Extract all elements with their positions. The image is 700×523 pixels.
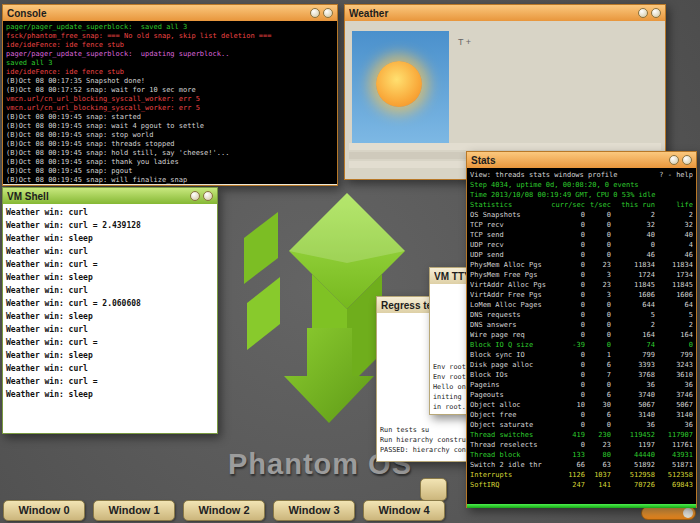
minimize-button[interactable] bbox=[638, 8, 648, 18]
close-button[interactable] bbox=[651, 8, 661, 18]
shell-line: Weather win: curl = 2.060608 bbox=[6, 297, 214, 310]
console-titlebar[interactable]: Console bbox=[3, 5, 337, 21]
console-line: ide/ideFence: ide fence stub bbox=[6, 41, 334, 50]
close-button[interactable] bbox=[682, 155, 692, 165]
console-line: fsck/phantom_free_snap: === No old snap,… bbox=[6, 32, 334, 41]
console-line: pager/pager_update_superblock: saved all… bbox=[6, 23, 334, 32]
console-line: vmcn.url/cn_url_blocking_syscall_worker:… bbox=[6, 95, 334, 104]
console-title: Console bbox=[7, 8, 307, 19]
taskbar-button[interactable]: Window 3 bbox=[273, 500, 355, 521]
taskbar-button[interactable]: Window 4 bbox=[363, 500, 445, 521]
vm-shell-body[interactable]: Weather win: curlWeather win: curl = 2.4… bbox=[3, 204, 217, 433]
stats-row: VirtAddr Alloc Pgs0231184511845 bbox=[470, 280, 693, 290]
stats-header: View: threads stats windows profile? - h… bbox=[470, 170, 693, 200]
stats-row: Block IOs0737683610 bbox=[470, 370, 693, 380]
shell-line: Weather win: curl = bbox=[6, 375, 214, 388]
console-line: vmcn.url/cn_url_blocking_syscall_worker:… bbox=[6, 104, 334, 113]
weather-row bbox=[349, 143, 661, 150]
shell-line: Weather win: sleep bbox=[6, 232, 214, 245]
stats-row: Interrupts11261037512958512358 bbox=[470, 470, 693, 480]
taskbar-button[interactable]: Window 0 bbox=[3, 500, 85, 521]
stats-row: TCP send004040 bbox=[470, 230, 693, 240]
stats-row: Wire page req00164164 bbox=[470, 330, 693, 340]
minimize-button[interactable] bbox=[310, 8, 320, 18]
stats-row: Thread block133804444043931 bbox=[470, 450, 693, 460]
shell-line: Weather win: sleep bbox=[6, 349, 214, 362]
sun-icon bbox=[376, 61, 422, 107]
weather-titlebar[interactable]: Weather bbox=[345, 5, 665, 21]
console-line: (B)Oct 08 00:19:45 snap: pgout bbox=[6, 167, 334, 176]
stats-row: Disk page alloc0633933243 bbox=[470, 360, 693, 370]
stats-row: Block IO Q size-390740 bbox=[470, 340, 693, 350]
console-line: (B)Oct 08 00:19:45 snap: stop world bbox=[6, 131, 334, 140]
stats-row: PhysMem Alloc Pgs0231183411834 bbox=[470, 260, 693, 270]
taskbar-button[interactable]: Window 2 bbox=[183, 500, 265, 521]
stats-row: DNS requests0055 bbox=[470, 310, 693, 320]
stats-title: Stats bbox=[471, 155, 666, 166]
vm-shell-titlebar[interactable]: VM Shell bbox=[3, 188, 217, 204]
taskbar-button[interactable]: Window 1 bbox=[93, 500, 175, 521]
stats-row: LoMem Alloc Pages0064464 bbox=[470, 300, 693, 310]
shell-line: Weather win: curl bbox=[6, 284, 214, 297]
shell-line: Weather win: sleep bbox=[6, 310, 214, 323]
minimize-button[interactable] bbox=[190, 191, 200, 201]
console-line: (B)Oct 08 00:19:45 snap: wait 4 pgout to… bbox=[6, 122, 334, 131]
power-toggle[interactable] bbox=[641, 506, 696, 520]
stats-row: Pageins003636 bbox=[470, 380, 693, 390]
desktop: Phantom OS Regress te Run tests suRun hi… bbox=[0, 0, 700, 523]
shell-line: Weather win: curl bbox=[6, 362, 214, 375]
toggle-knob-icon bbox=[683, 508, 693, 518]
console-line: saved all 3 bbox=[6, 59, 334, 68]
console-line: (B)Oct 08 00:19:45 snap: started bbox=[6, 113, 334, 122]
stats-header-line: View: threads stats windows profile? - h… bbox=[470, 170, 693, 180]
window-stats: Stats View: threads stats windows profil… bbox=[466, 151, 697, 508]
stats-column-header: Statistics curr/sec t/sec this run life bbox=[470, 200, 693, 210]
minimize-button[interactable] bbox=[669, 155, 679, 165]
stats-row: Object alloc103050675067 bbox=[470, 400, 693, 410]
stats-row: Thread reselects023119711761 bbox=[470, 440, 693, 450]
stats-row: Thread switches419230119452117907 bbox=[470, 430, 693, 440]
window-console: Console pager/pager_update_superblock: s… bbox=[2, 4, 338, 186]
stats-body[interactable]: View: threads stats windows profile? - h… bbox=[467, 168, 696, 508]
stats-row: UDP recv0004 bbox=[470, 240, 693, 250]
stats-row: Object saturate003636 bbox=[470, 420, 693, 430]
shell-line: Weather win: curl bbox=[6, 206, 214, 219]
stats-row: UDP send004646 bbox=[470, 250, 693, 260]
stats-row: Object free0631403140 bbox=[470, 410, 693, 420]
close-button[interactable] bbox=[203, 191, 213, 201]
stats-row: VirtAddr Free Pgs0316061606 bbox=[470, 290, 693, 300]
stats-row: TCP recv003232 bbox=[470, 220, 693, 230]
weather-title: Weather bbox=[349, 8, 635, 19]
console-line: pager/pager_update_superblock: updating … bbox=[6, 50, 334, 59]
stats-header-line: Time 2013/10/08 00:19:49 GMT, CPU 0 53% … bbox=[470, 190, 693, 200]
stats-row: Pageouts0637403746 bbox=[470, 390, 693, 400]
console-line: (B)Oct 08 00:19:45 snap: threads stopped bbox=[6, 140, 334, 149]
shell-line: Weather win: curl bbox=[6, 323, 214, 336]
stats-row: PhysMem Free Pgs0317241734 bbox=[470, 270, 693, 280]
stats-row: SoftIRQ2471417072669843 bbox=[470, 480, 693, 490]
shell-line: Weather win: curl = bbox=[6, 258, 214, 271]
stats-header-line: Step 4034, uptime 0d, 00:08:20, 0 events bbox=[470, 180, 693, 190]
console-line: (B)Oct 08 00:19:45 snap: will finalize_s… bbox=[6, 176, 334, 184]
stats-titlebar[interactable]: Stats bbox=[467, 152, 696, 168]
shell-line: Weather win: curl = 2.439128 bbox=[6, 219, 214, 232]
console-line: (B)Oct 08 00:19:45 snap: hold still, say… bbox=[6, 149, 334, 158]
shell-line: Weather win: sleep bbox=[6, 271, 214, 284]
weather-sky-image bbox=[352, 31, 449, 143]
console-body[interactable]: pager/pager_update_superblock: saved all… bbox=[3, 21, 337, 184]
console-line: (B)Oct 08 00:17:35 Snapshot done! bbox=[6, 77, 334, 86]
shell-line: Weather win: sleep bbox=[6, 388, 214, 401]
stats-table: OS Snapshots0022TCP recv003232TCP send00… bbox=[470, 210, 693, 490]
shell-line: Weather win: curl bbox=[6, 245, 214, 258]
close-button[interactable] bbox=[323, 8, 333, 18]
stats-row: DNS answers0022 bbox=[470, 320, 693, 330]
window-vm-shell: VM Shell Weather win: curlWeather win: c… bbox=[2, 187, 218, 434]
weather-note: T + bbox=[458, 37, 471, 47]
vm-shell-title: VM Shell bbox=[7, 191, 187, 202]
console-line: (B)Oct 08 00:19:45 snap: thank you ladie… bbox=[6, 158, 334, 167]
stats-row: Switch 2 idle thr66635189251871 bbox=[470, 460, 693, 470]
console-line: (B)Oct 08 00:17:52 snap: wait for 10 sec… bbox=[6, 86, 334, 95]
stats-row: OS Snapshots0022 bbox=[470, 210, 693, 220]
stats-row: Block sync IO01799799 bbox=[470, 350, 693, 360]
console-line: ide/ideFence: ide fence stub bbox=[6, 68, 334, 77]
